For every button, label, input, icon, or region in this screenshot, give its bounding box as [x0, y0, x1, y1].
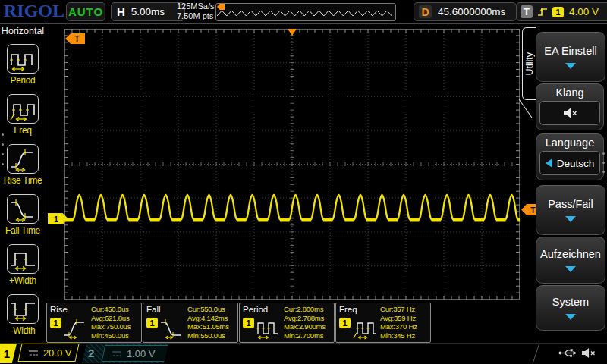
stat-avg: Avg:4.142ms — [187, 315, 236, 323]
left-page-dot — [2, 163, 4, 165]
measurement-readout-rise: Rise 1 Cur:450.0us Avg:621.8us Max:750.0… — [46, 303, 142, 343]
delay-value: 45.6000000ms — [438, 6, 505, 17]
run-status-badge: AUTO — [66, 2, 105, 21]
channel-badge: 1 — [339, 318, 351, 328]
stat-avg: Avg:2.788ms — [284, 315, 332, 323]
stat-cur: Cur:357 Hz — [380, 306, 429, 314]
horizontal-label: H — [117, 5, 125, 18]
menu-button-aufzeichnen[interactable]: Aufzeichnen — [536, 237, 605, 284]
channel2-button[interactable]: 2 1.00 V — [82, 344, 168, 363]
acquisition-info: 125MSa/s 7.50M pts — [177, 2, 215, 21]
scope-grid-waveform — [64, 29, 520, 300]
stat-min: Min:450.0us — [91, 332, 140, 340]
trigger-info-box[interactable]: T 1 4.00 V — [516, 2, 607, 21]
stat-cur: Cur:550.0us — [187, 306, 236, 314]
memory-depth: 7.50M pts — [177, 11, 215, 21]
period-icon — [9, 46, 36, 72]
trigger-slope-icon — [536, 5, 549, 18]
stat-min: Min:2.700ms — [284, 332, 332, 340]
stat-avg: Avg:359 Hz — [380, 315, 429, 323]
chevron-left-icon — [546, 158, 552, 168]
plus-width-icon — [9, 246, 36, 272]
left-page-dot — [2, 153, 4, 155]
rise-time-icon — [9, 146, 36, 172]
topbar-divider — [0, 23, 607, 24]
minus-width-icon — [9, 297, 36, 322]
measure-item-plus-width[interactable]: +Width — [0, 244, 46, 286]
stat-max: Max:51.05ms — [187, 323, 236, 331]
stat-max: Max:370 Hz — [380, 323, 429, 331]
period-icon — [256, 317, 282, 340]
measurement-readout-fall: Fall 1 Cur:550.0us Avg:4.142ms Max:51.05… — [143, 303, 238, 343]
menu-button-klang[interactable]: Klang — [536, 83, 604, 130]
fall-icon — [160, 317, 186, 340]
oscilloscope-screen: RIGOL AUTO H 5.00ms 125MSa/s 7.50M pts D… — [0, 0, 607, 364]
channel-badge: 1 — [243, 318, 254, 328]
trigger-label: T — [521, 5, 533, 18]
delay-label: D — [419, 5, 432, 18]
chevron-down-icon — [565, 63, 576, 69]
dc-coupling-icon — [112, 350, 122, 357]
preview-waveform — [217, 5, 395, 20]
trigger-level-value: 4.00 V — [569, 6, 599, 17]
channel-badge: 1 — [50, 318, 61, 328]
rise-icon — [64, 317, 90, 340]
speaker-muted-icon — [561, 106, 578, 120]
channel1-scale-box[interactable]: 20.0 V — [17, 344, 79, 362]
chevron-down-icon — [565, 314, 576, 320]
channel2-scale-box: 1.00 V — [102, 345, 174, 362]
fall-time-icon — [9, 196, 36, 222]
stat-avg: Avg:621.8us — [91, 315, 140, 323]
measure-item-minus-width[interactable]: -Width — [0, 294, 46, 336]
stat-min: Min:550.0us — [187, 332, 236, 340]
channel1-scale-value: 20.0 V — [43, 347, 72, 359]
menu-button-language[interactable]: Language Deutsch — [536, 133, 604, 180]
rigol-logo: RIGOL — [4, 1, 64, 21]
channel2-scale-value: 1.00 V — [127, 348, 156, 359]
stat-max: Max:2.900ms — [284, 323, 332, 331]
measure-item-fall-time[interactable]: Fall Time — [0, 194, 46, 236]
chevron-down-icon — [565, 266, 576, 272]
stat-cur: Cur:450.0us — [91, 306, 140, 314]
menu-button-pass-fail[interactable]: Pass/Fail — [536, 185, 605, 235]
channel2-label: 2 — [88, 347, 94, 359]
stat-max: Max:750.0us — [91, 323, 140, 331]
trigger-position-marker[interactable] — [288, 29, 297, 36]
language-value: Deutsch — [557, 158, 595, 169]
measure-menu-title: Horizontal — [0, 26, 46, 36]
channel-badge: 1 — [146, 318, 158, 328]
horizontal-scale-value: 5.00ms — [131, 6, 165, 17]
speaker-muted-icon — [580, 347, 596, 359]
measure-item-period[interactable]: Period — [0, 44, 46, 86]
right-page-dot — [602, 152, 605, 155]
horizontal-scale-box[interactable]: H 5.00ms — [111, 2, 185, 21]
utility-menu-tab: Utility — [522, 27, 536, 100]
left-page-dot — [2, 143, 4, 146]
menu-button-system[interactable]: System — [536, 285, 605, 331]
measure-item-freq[interactable]: Freq — [0, 94, 46, 136]
freq-icon — [353, 317, 379, 340]
menu-button-ea-einstell[interactable]: EA Einstell — [536, 32, 605, 82]
usb-icon — [558, 348, 577, 358]
stat-cur: Cur:2.800ms — [284, 306, 332, 314]
dc-coupling-icon — [28, 350, 39, 356]
measurement-readout-period: Period 1 Cur:2.800ms Avg:2.788ms Max:2.9… — [239, 303, 335, 343]
left-page-dot — [2, 133, 4, 136]
measurement-readout-freq: Freq 1 Cur:357 Hz Avg:359 Hz Max:370 Hz … — [335, 303, 431, 343]
freq-icon — [9, 96, 36, 122]
sample-rate: 125MSa/s — [177, 2, 215, 11]
utility-tab-outline — [518, 99, 532, 118]
chevron-down-icon — [565, 216, 576, 222]
trigger-delay-box[interactable]: D 45.6000000ms — [414, 2, 517, 21]
waveform-memory-preview[interactable] — [215, 3, 396, 21]
right-page-dot — [602, 171, 605, 173]
waveform-display-area: T T 1 — [64, 29, 520, 300]
measure-item-rise-time[interactable]: Rise Time — [0, 144, 46, 186]
right-page-dot — [602, 162, 605, 164]
stat-min: Min:345 Hz — [380, 332, 429, 340]
trigger-source-badge: 1 — [552, 7, 564, 17]
